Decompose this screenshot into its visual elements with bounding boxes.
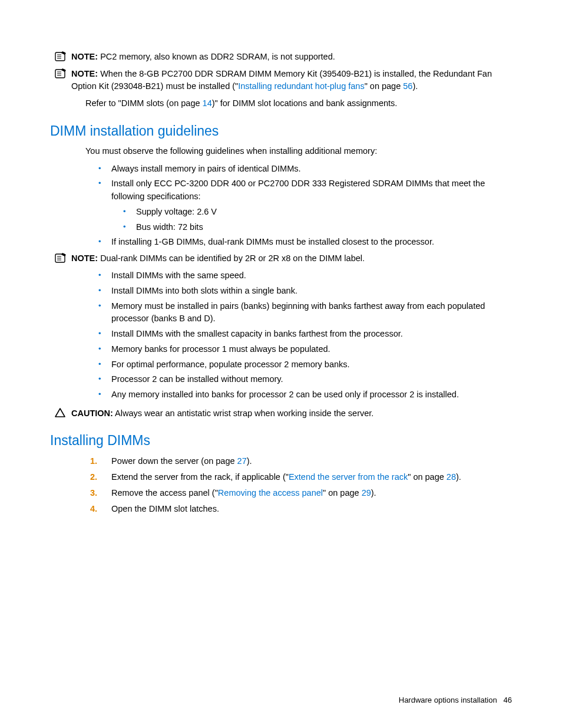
caution-label: CAUTION: (71, 409, 113, 418)
list-item: Always install memory in pairs of identi… (96, 163, 512, 176)
step-item: Open the DIMM slot latches. (90, 502, 512, 516)
list-item: Supply voltage: 2.6 V (121, 206, 512, 219)
heading-installing-dimms: Installing DIMMs (50, 433, 512, 449)
link-fans[interactable]: Installing redundant hot-plug fans (238, 81, 364, 91)
step-item: Power down the server (on page 27). (90, 454, 512, 468)
page-link[interactable]: 14 (203, 98, 212, 108)
note-icon (55, 68, 68, 80)
page-link[interactable]: 56 (403, 81, 412, 91)
footer-page: 46 (504, 696, 512, 704)
caution-text: Always wear an antistatic wrist strap wh… (113, 409, 373, 418)
link-extend-rack[interactable]: Extend the server from the rack (289, 472, 408, 482)
page-link[interactable]: 27 (237, 456, 247, 466)
note-icon (55, 252, 68, 264)
heading-dimm-guidelines: DIMM installation guidelines (50, 123, 512, 139)
note-text: " on page (365, 81, 404, 91)
bullet-list: Always install memory in pairs of identi… (96, 163, 512, 203)
list-item: Bus width: 72 bits (121, 221, 512, 234)
bullet-list: If installing 1-GB DIMMs, dual-rank DIMM… (96, 236, 512, 249)
link-access-panel[interactable]: Removing the access panel (218, 488, 323, 498)
list-item: For optimal performance, populate proces… (96, 358, 512, 371)
list-item: Any memory installed into banks for proc… (96, 388, 512, 401)
list-item: If installing 1-GB DIMMs, dual-rank DIMM… (96, 236, 512, 249)
list-item: Install DIMMs into both slots within a s… (96, 285, 512, 298)
list-item: Processor 2 can be installed without mem… (96, 373, 512, 386)
note-icon (55, 51, 68, 62)
note-3: NOTE: Dual-rank DIMMs can be identified … (55, 252, 512, 265)
list-item: Memory must be installed in pairs (banks… (96, 300, 512, 326)
note-1: NOTE: PC2 memory, also known as DDR2 SDR… (55, 51, 512, 63)
note-text: PC2 memory, also known as DDR2 SDRAM, is… (98, 52, 335, 61)
paragraph-intro: You must observe the following guideline… (85, 145, 512, 158)
caution: CAUTION: Always wear an antistatic wrist… (55, 407, 512, 420)
list-item: Memory banks for processor 1 must always… (96, 343, 512, 356)
bullet-list: Install DIMMs with the same speed. Insta… (96, 269, 512, 401)
step-list: Power down the server (on page 27). Exte… (90, 454, 512, 516)
caution-icon (55, 408, 65, 417)
footer-title: Hardware options installation (399, 696, 497, 704)
step-item: Extend the server from the rack, if appl… (90, 470, 512, 484)
note-label: NOTE: (71, 52, 98, 61)
list-item: Install DIMMs with the smallest capacity… (96, 328, 512, 341)
note-text: ). (412, 81, 418, 91)
note-text: Dual-rank DIMMs can be identified by 2R … (98, 253, 365, 263)
list-item: Install only ECC PC-3200 DDR 400 or PC27… (96, 177, 512, 203)
step-item: Remove the access panel ("Removing the a… (90, 486, 512, 500)
page-link[interactable]: 28 (447, 472, 456, 482)
note-label: NOTE: (71, 253, 98, 263)
paragraph-refer: Refer to "DIMM slots (on page 14)" for D… (85, 97, 512, 110)
note-label: NOTE: (71, 69, 98, 78)
page-link[interactable]: 29 (362, 488, 371, 498)
note-2: NOTE: When the 8-GB PC2700 DDR SDRAM DIM… (55, 68, 512, 93)
bullet-sublist: Supply voltage: 2.6 V Bus width: 72 bits (121, 206, 512, 234)
list-item: Install DIMMs with the same speed. (96, 269, 512, 282)
page-footer: Hardware options installation 46 (399, 696, 512, 704)
